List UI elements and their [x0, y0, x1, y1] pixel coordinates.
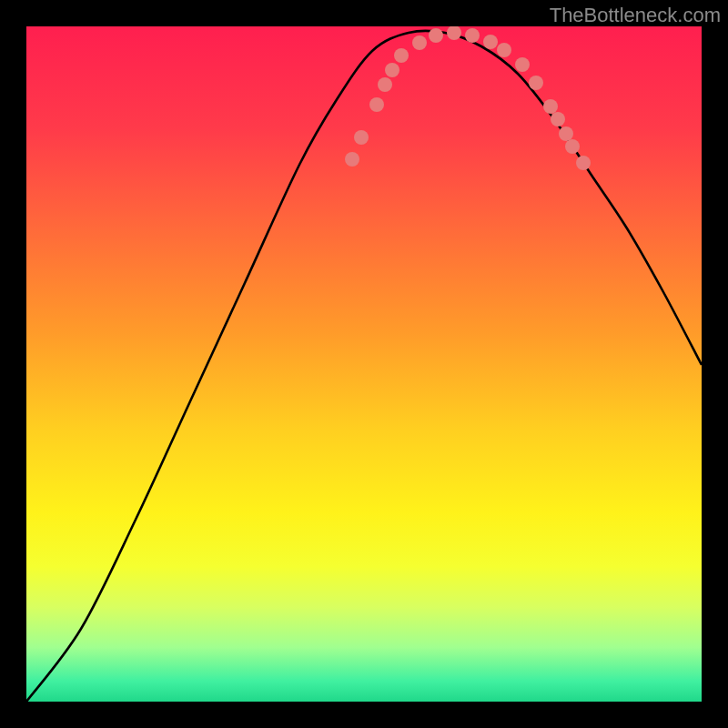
chart-plot-area: [26, 26, 702, 702]
data-dot: [385, 63, 399, 77]
attribution-text: TheBottleneck.com: [550, 4, 721, 27]
data-dot: [345, 152, 359, 167]
gradient-background: [26, 26, 702, 702]
data-dot: [465, 28, 480, 43]
data-dot: [565, 139, 580, 154]
data-dot: [559, 126, 573, 141]
data-dot: [543, 99, 558, 114]
data-dot: [497, 43, 511, 57]
data-dot: [429, 28, 443, 43]
data-dot: [483, 35, 498, 49]
data-dot: [394, 48, 409, 63]
chart-svg: [26, 26, 702, 702]
data-dot: [378, 77, 392, 92]
data-dot: [412, 35, 427, 50]
data-dot: [551, 112, 565, 126]
data-dot: [529, 76, 543, 90]
data-dot: [369, 97, 384, 112]
data-dot: [576, 156, 591, 170]
data-dot: [354, 130, 369, 145]
data-dot: [515, 57, 530, 72]
